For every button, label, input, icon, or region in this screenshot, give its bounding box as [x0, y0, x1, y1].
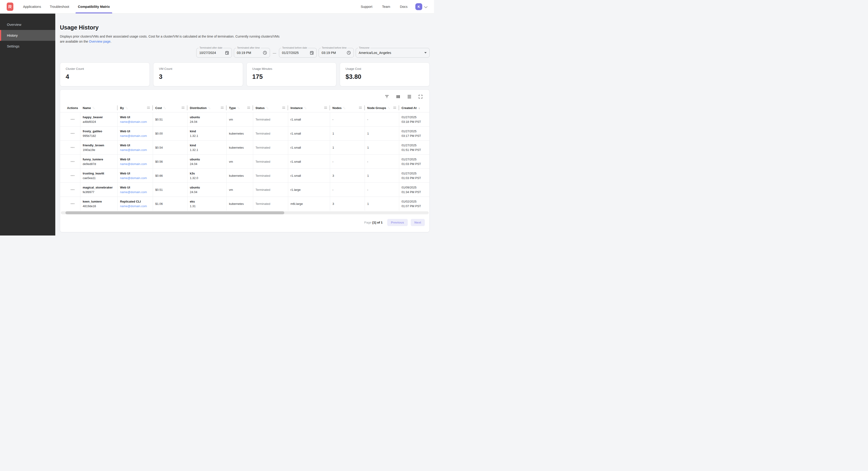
- creator-email-link[interactable]: name@domain.com: [120, 204, 151, 208]
- column-header-created-at[interactable]: Created At ↓: [399, 104, 429, 112]
- brand-logo[interactable]: R: [7, 3, 13, 11]
- column-menu-icon[interactable]: [221, 107, 224, 107]
- stat-card-cluster-count: Cluster Count4: [60, 62, 150, 86]
- previous-page-button[interactable]: Previous: [387, 219, 408, 226]
- cell-name: frosty_galileo 995b7182: [81, 126, 118, 140]
- nav-tab-compatibility-matrix[interactable]: Compatibility Matrix: [78, 0, 110, 13]
- column-menu-icon[interactable]: [324, 107, 327, 107]
- timezone-label: Timezone: [358, 46, 370, 49]
- column-menu-icon[interactable]: [282, 107, 285, 107]
- terminated-before-date-input[interactable]: Terminated before date 01/27/2025: [279, 48, 317, 58]
- terminated-after-time-label: Terminated after time: [236, 46, 261, 49]
- table-row: trusting_leavitt cae5ea11 Web UI name@do…: [60, 169, 429, 182]
- caret-down-icon[interactable]: [424, 52, 427, 54]
- density-button[interactable]: [407, 94, 412, 99]
- user-avatar[interactable]: K: [415, 3, 422, 10]
- calendar-icon[interactable]: [225, 51, 229, 55]
- cell-nodes: -: [330, 113, 365, 126]
- next-page-button[interactable]: Next: [411, 219, 425, 226]
- column-header-by[interactable]: By ↑↓: [118, 104, 153, 112]
- column-header-nodes[interactable]: Nodes ↑↓: [330, 104, 365, 112]
- row-actions-button[interactable]: [70, 159, 75, 164]
- table-row: frosty_galileo 995b7182 Web UI name@doma…: [60, 126, 429, 140]
- sidebar-item-history[interactable]: History: [0, 30, 55, 41]
- timezone-value: America/Los_Angeles: [359, 51, 391, 55]
- column-header-type[interactable]: Type ↑↓: [227, 104, 253, 112]
- cell-created-at: 01/02/2025 01:07 PM PST: [399, 197, 429, 211]
- fullscreen-button[interactable]: [418, 94, 423, 99]
- column-header-status[interactable]: Status ↑↓: [253, 104, 288, 112]
- created-by: Web UI: [120, 144, 151, 147]
- cluster-name: frosty_galileo: [83, 129, 116, 133]
- nav-tab-applications[interactable]: Applications: [23, 0, 41, 13]
- nav-tab-troubleshoot[interactable]: Troubleshoot: [50, 0, 69, 13]
- nodes-value: 3: [333, 174, 363, 177]
- cell-type: kubernetes: [227, 126, 253, 140]
- distribution-name: kind: [190, 129, 225, 133]
- terminated-after-date-label: Terminated after date: [198, 46, 223, 49]
- distribution-name: ubuntu: [190, 115, 225, 119]
- clock-icon[interactable]: [347, 51, 351, 55]
- creator-email-link[interactable]: name@domain.com: [120, 190, 151, 194]
- cell-node-groups: -: [365, 155, 399, 169]
- row-actions-button[interactable]: [70, 117, 75, 122]
- columns-button[interactable]: [396, 94, 401, 99]
- node-groups-value: -: [367, 160, 397, 164]
- status-text: Terminated: [255, 202, 286, 206]
- creator-email-link[interactable]: name@domain.com: [120, 134, 151, 138]
- terminated-after-time-input[interactable]: Terminated after time 03:19 PM: [234, 48, 270, 58]
- terminated-after-date-input[interactable]: Terminated after date 10/27/2024: [196, 48, 232, 58]
- creator-email-link[interactable]: name@domain.com: [120, 176, 151, 180]
- nav-link-team[interactable]: Team: [382, 5, 390, 8]
- overview-page-link[interactable]: Overview page: [89, 40, 110, 43]
- row-actions-button[interactable]: [70, 173, 75, 178]
- row-actions-button[interactable]: [70, 187, 75, 192]
- table-row: magical_stonebraker fe3f8977 Web UI name…: [60, 182, 429, 197]
- row-actions-button[interactable]: [70, 201, 75, 206]
- cost-value: $0.54: [155, 146, 185, 149]
- instance-value: r1.small: [290, 160, 328, 164]
- cell-created-at: 01/27/2025 01:03 PM PST: [399, 155, 429, 169]
- stat-value: 3: [159, 73, 237, 81]
- sidebar-item-overview[interactable]: Overview: [0, 19, 55, 30]
- sort-icon: ↑↓: [208, 107, 211, 109]
- timezone-select[interactable]: Timezone America/Los_Angeles: [356, 48, 430, 58]
- sidebar-item-settings[interactable]: Settings: [0, 41, 55, 52]
- column-menu-icon[interactable]: [147, 107, 150, 107]
- nav-link-docs[interactable]: Docs: [400, 5, 407, 8]
- app-root: R ApplicationsTroubleshootCompatibility …: [0, 0, 434, 235]
- column-menu-icon[interactable]: [182, 107, 185, 107]
- column-header-cost[interactable]: Cost ↑↓: [153, 104, 187, 112]
- created-by: Web UI: [120, 172, 151, 175]
- row-actions-button[interactable]: [70, 131, 75, 136]
- chevron-down-icon[interactable]: [424, 6, 428, 8]
- column-label: Status: [255, 106, 265, 110]
- sort-icon: ↑↓: [163, 107, 166, 109]
- row-actions-button[interactable]: [70, 145, 75, 150]
- column-header-instance[interactable]: Instance ↑↓: [288, 104, 330, 112]
- column-menu-icon[interactable]: [247, 107, 250, 107]
- filter-button[interactable]: [384, 94, 390, 99]
- column-menu-icon[interactable]: [359, 107, 362, 107]
- horizontal-scrollbar[interactable]: [61, 211, 429, 214]
- creator-email-link[interactable]: name@domain.com: [120, 162, 151, 166]
- terminated-before-time-input[interactable]: Terminated before time 03:19 PM: [318, 48, 354, 58]
- cell-actions: [65, 113, 81, 126]
- page-title: Usage History: [60, 24, 430, 31]
- column-header-name[interactable]: Name ↑↓: [81, 104, 118, 112]
- clock-icon[interactable]: [263, 51, 267, 55]
- created-by: Replicated CLI: [120, 200, 151, 203]
- type-value: kubernetes: [229, 146, 251, 149]
- nav-link-support[interactable]: Support: [361, 5, 372, 8]
- column-header-distribution[interactable]: Distribution ↑↓: [187, 104, 227, 112]
- column-label: Node Groups: [367, 106, 386, 110]
- cost-value: $0.51: [155, 118, 185, 121]
- creator-email-link[interactable]: name@domain.com: [120, 148, 151, 152]
- creator-email-link[interactable]: name@domain.com: [120, 120, 151, 123]
- column-menu-icon[interactable]: [393, 107, 396, 107]
- column-header-node-groups[interactable]: Node Groups ↑↓: [365, 104, 399, 112]
- cell-node-groups: 1: [365, 141, 399, 154]
- scrollbar-thumb[interactable]: [65, 211, 284, 214]
- calendar-icon[interactable]: [310, 51, 314, 55]
- node-groups-value: 1: [367, 174, 397, 177]
